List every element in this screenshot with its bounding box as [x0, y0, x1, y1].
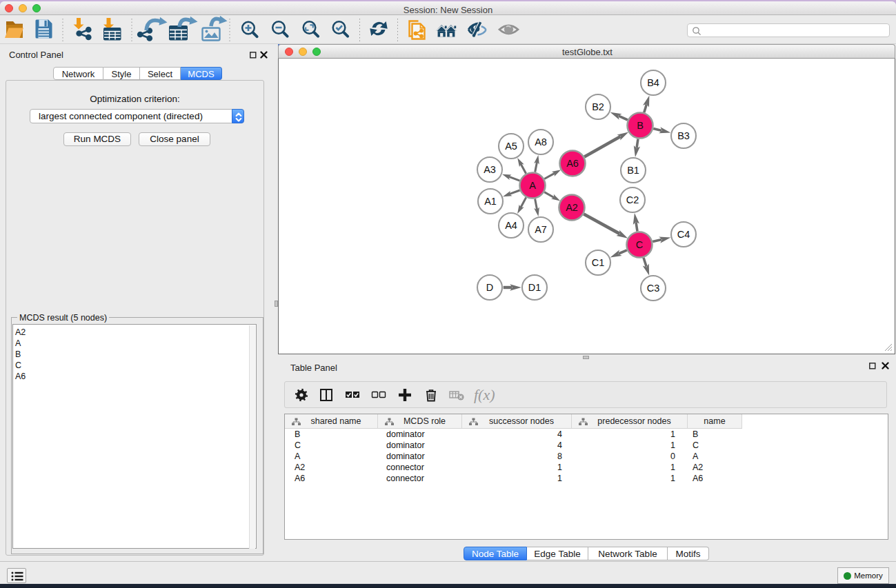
svg-text:A: A [529, 180, 536, 191]
svg-text:A1: A1 [484, 196, 497, 207]
svg-text:B1: B1 [627, 165, 639, 176]
svg-text:D1: D1 [528, 282, 541, 293]
svg-text:A6: A6 [566, 158, 579, 169]
svg-text:B2: B2 [592, 101, 604, 112]
svg-text:B: B [637, 120, 644, 131]
svg-text:A5: A5 [505, 141, 517, 152]
svg-text:C4: C4 [677, 229, 690, 240]
svg-text:A2: A2 [566, 202, 578, 213]
svg-text:A3: A3 [484, 164, 496, 175]
svg-text:C3: C3 [647, 283, 660, 294]
svg-text:C: C [636, 239, 643, 250]
svg-text:B3: B3 [677, 130, 690, 141]
svg-text:D: D [486, 282, 493, 293]
svg-text:A4: A4 [505, 220, 517, 231]
svg-text:C2: C2 [626, 194, 639, 205]
svg-text:A8: A8 [535, 136, 547, 148]
svg-text:C1: C1 [592, 257, 605, 268]
svg-text:B4: B4 [647, 77, 659, 88]
svg-text:A7: A7 [535, 224, 547, 235]
